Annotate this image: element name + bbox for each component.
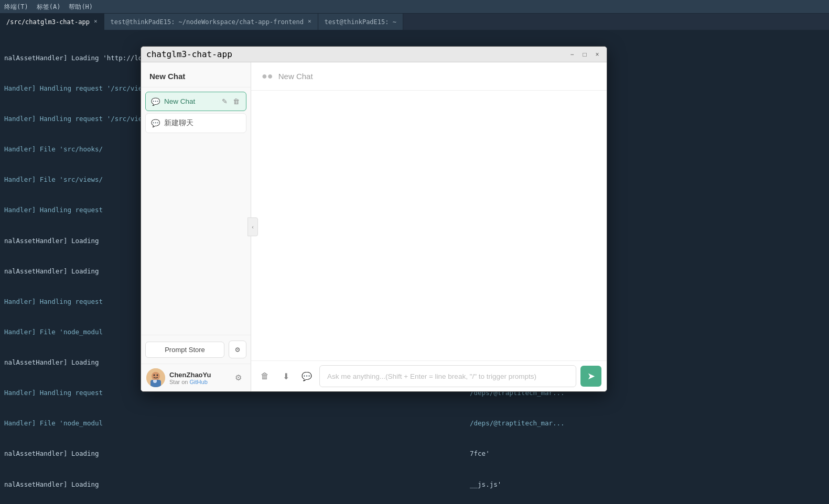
chat-item-1[interactable]: 💬 New Chat ✎ 🗑 [145,92,246,111]
user-info: ChenZhaoYu Star on GitHub [169,371,227,385]
chat-label-2: 新建聊天 [164,118,241,128]
share-icon: 💬 [302,371,312,381]
chat-input[interactable] [319,365,576,387]
app-window: chatglm3-chat-app − □ × New Chat 💬 New C… [141,46,607,392]
terminal-tab-1[interactable]: /src/chatglm3-chat-app × [0,14,104,30]
svg-point-3 [157,375,158,376]
chat-item-2[interactable]: 💬 新建聊天 [145,113,246,133]
menu-item-terminal[interactable]: 终端(T) [4,2,28,12]
title-bar-controls: − □ × [568,50,601,59]
chat-icon-1: 💬 [151,97,160,106]
minimize-button[interactable]: − [568,50,576,59]
github-link[interactable]: GitHub [190,379,208,385]
tab-close-1[interactable]: × [94,17,98,26]
send-button[interactable]: ➤ [580,366,601,387]
delete-icon: 🗑 [261,371,269,381]
user-settings-button[interactable]: ⚙ [231,370,245,385]
settings-icon: ⚙ [235,345,240,354]
app-body: New Chat 💬 New Chat ✎ 🗑 💬 新建聊天 [141,62,607,391]
terminal-tab-3[interactable]: test@thinkPadE15: ~ [318,14,403,30]
title-bar: chatglm3-chat-app − □ × [141,47,607,62]
prompt-store-button[interactable]: Prompt Store [145,342,224,358]
chat-icon-2: 💬 [151,119,160,127]
svg-point-2 [154,375,155,376]
menu-item-help[interactable]: 帮助(H) [69,2,93,12]
sidebar-settings-button[interactable]: ⚙ [229,341,246,358]
sidebar-header: New Chat [141,62,251,87]
main-area: ●● New Chat 🗑 ⬇ 💬 [251,62,607,391]
user-sub: Star on GitHub [169,379,227,385]
chat-header: ●● New Chat [251,62,607,91]
sidebar-collapse-toggle[interactable]: ‹ [247,217,258,236]
user-bar: ChenZhaoYu Star on GitHub ⚙ [141,364,251,391]
send-icon: ➤ [587,370,595,382]
window-title: chatglm3-chat-app [146,49,232,59]
chat-messages-area[interactable] [251,91,607,360]
sidebar-footer: Prompt Store ⚙ [141,335,251,364]
tab-label-1: /src/chatglm3-chat-app [6,17,90,27]
user-name: ChenZhaoYu [169,371,227,379]
delete-messages-button[interactable]: 🗑 [256,368,273,385]
avatar [146,368,165,387]
chat-edit-button[interactable]: ✎ [221,97,229,106]
chat-header-label: New Chat [278,72,313,81]
menu-item-tabs[interactable]: 标签(A) [37,2,61,12]
tab-label-3: test@thinkPadE15: ~ [325,17,396,27]
terminal-tabs: /src/chatglm3-chat-app × test@thinkPadE1… [0,14,829,30]
maximize-button[interactable]: □ [580,50,589,59]
download-button[interactable]: ⬇ [277,368,294,385]
chat-delete-button[interactable]: 🗑 [232,97,241,106]
terminal-menu: 终端(T) 标签(A) 帮助(H) [0,0,829,14]
sidebar-chats: 💬 New Chat ✎ 🗑 💬 新建聊天 [141,87,251,335]
tab-label-2: test@thinkPadE15: ~/nodeWorkspace/chat-a… [111,17,304,27]
terminal-tab-2[interactable]: test@thinkPadE15: ~/nodeWorkspace/chat-a… [104,14,318,30]
download-icon: ⬇ [283,371,289,381]
chat-item-actions: ✎ 🗑 [221,97,241,106]
chat-header-icon: ●● [262,71,273,82]
svg-point-1 [152,372,160,380]
sidebar: New Chat 💬 New Chat ✎ 🗑 💬 新建聊天 [141,62,251,391]
chat-input-wrap [319,365,576,387]
chat-toolbar: 🗑 ⬇ 💬 ➤ [251,360,607,391]
tab-close-2[interactable]: × [308,17,311,26]
chat-label-1: New Chat [164,97,217,105]
share-button[interactable]: 💬 [298,368,315,385]
close-button[interactable]: × [593,50,601,59]
